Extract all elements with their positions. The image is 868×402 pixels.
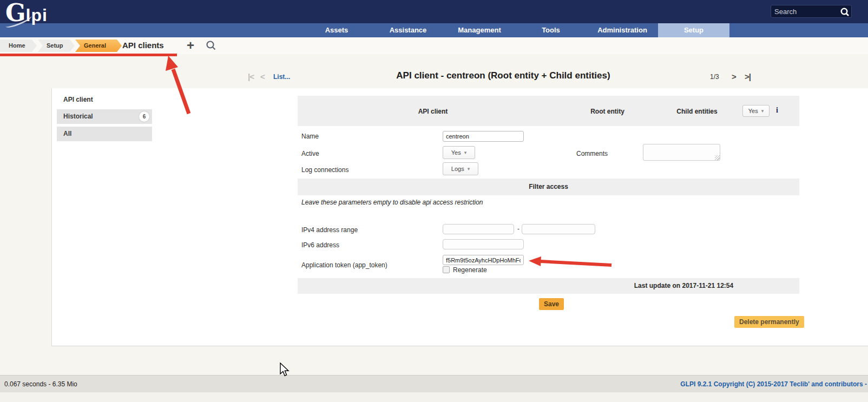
global-search-box	[771, 5, 852, 18]
filter-access-note: Leave these parameters empty to disable …	[301, 199, 483, 206]
menu-assets[interactable]: Assets	[301, 23, 372, 37]
menu-management[interactable]: Management	[444, 23, 515, 37]
breadcrumb-bar: Home Setup General API clients +	[0, 37, 868, 54]
log-connections-select[interactable]: Logs▾	[443, 162, 478, 175]
child-entities-select[interactable]: Yes▾	[742, 105, 770, 117]
ipv6-address-label: IPv6 address	[301, 241, 339, 249]
main-menu: Assets Assistance Management Tools Admin…	[301, 23, 729, 37]
regenerate-label: Regenerate	[453, 266, 487, 274]
info-icon[interactable]: i	[776, 106, 778, 115]
last-update-text: Last update on 2017-11-21 12:54	[568, 282, 799, 289]
search-list-icon[interactable]	[205, 39, 217, 51]
name-label: Name	[301, 133, 319, 140]
menu-administration[interactable]: Administration	[587, 23, 658, 37]
name-input[interactable]	[443, 131, 524, 142]
sidebar-header: API client	[63, 96, 93, 103]
pagination-next-button[interactable]: >	[732, 72, 736, 81]
content-panel	[51, 88, 868, 346]
resize-grip-icon[interactable]	[715, 155, 720, 160]
comments-label: Comments	[576, 150, 608, 157]
footer-bar: 0.067 seconds - 6.35 Mio GLPI 9.2.1 Copy…	[0, 375, 868, 392]
main-menu-bar: Assets Assistance Management Tools Admin…	[0, 23, 868, 37]
glpi-logo[interactable]: Glpi	[5, 0, 48, 27]
pagination-prev-button[interactable]: <	[260, 72, 265, 81]
glpi-window: Assets Assistance Management Tools Admin…	[0, 0, 868, 402]
footer-copyright-link[interactable]: GLPI 9.2.1 Copyright (C) 2015-2017 Tecli…	[680, 375, 867, 393]
active-value: Yes	[451, 149, 461, 156]
form-header-title: API client	[298, 108, 568, 115]
regenerate-checkbox[interactable]	[443, 266, 450, 273]
log-connections-label: Log connections	[301, 166, 348, 174]
historical-count-badge: 6	[139, 111, 149, 122]
filter-access-title: Filter access	[298, 183, 799, 190]
app-token-input[interactable]	[443, 255, 524, 265]
form-header-child-entities: Child entities	[666, 108, 728, 115]
add-icon[interactable]: +	[187, 38, 194, 53]
active-select[interactable]: Yes▾	[443, 146, 475, 159]
pagination-first-button[interactable]: |<	[248, 72, 254, 81]
active-label: Active	[301, 150, 319, 157]
breadcrumb-setup[interactable]: Setup	[38, 39, 75, 52]
sidebar-item-historical[interactable]: Historical 6	[57, 109, 152, 124]
breadcrumb-home[interactable]: Home	[0, 39, 37, 52]
topbar	[0, 0, 868, 23]
ipv4-start-input[interactable]	[443, 224, 514, 234]
list-link[interactable]: List...	[273, 73, 290, 81]
child-entities-value: Yes	[748, 108, 758, 114]
delete-permanently-button[interactable]: Delete permanently	[734, 316, 804, 328]
range-separator: -	[517, 225, 520, 233]
chevron-down-icon: ▾	[468, 166, 470, 172]
pagination-last-button[interactable]: >|	[745, 72, 751, 81]
ipv4-end-input[interactable]	[522, 224, 595, 234]
breadcrumb-general[interactable]: General	[75, 39, 122, 52]
footer-strip	[0, 392, 868, 402]
sidebar-item-label: All	[63, 130, 71, 137]
breadcrumb-current-api-clients[interactable]: API clients	[122, 41, 164, 50]
search-icon[interactable]	[839, 6, 850, 17]
sidebar-item-all[interactable]: All	[57, 127, 152, 141]
menu-setup[interactable]: Setup	[658, 23, 729, 37]
page-counter: 1/3	[710, 73, 719, 81]
sidebar-item-label: Historical	[63, 113, 93, 120]
menu-tools[interactable]: Tools	[515, 23, 587, 37]
ipv6-address-input[interactable]	[443, 239, 524, 249]
log-connections-value: Logs	[451, 166, 464, 172]
page-title: API client - centreon (Root entity + Chi…	[298, 70, 709, 81]
chevron-down-icon: ▾	[761, 108, 764, 114]
search-input[interactable]	[771, 5, 838, 17]
ipv4-range-label: IPv4 address range	[301, 226, 358, 234]
menu-assistance[interactable]: Assistance	[372, 23, 444, 37]
save-button[interactable]: Save	[539, 298, 564, 310]
app-token-label: Application token (app_token)	[301, 261, 387, 269]
chevron-down-icon: ▾	[464, 150, 467, 155]
form-header-root-entity: Root entity	[574, 108, 641, 115]
footer-stats: 0.067 seconds - 6.35 Mio	[4, 375, 77, 393]
comments-textarea[interactable]	[643, 144, 720, 161]
